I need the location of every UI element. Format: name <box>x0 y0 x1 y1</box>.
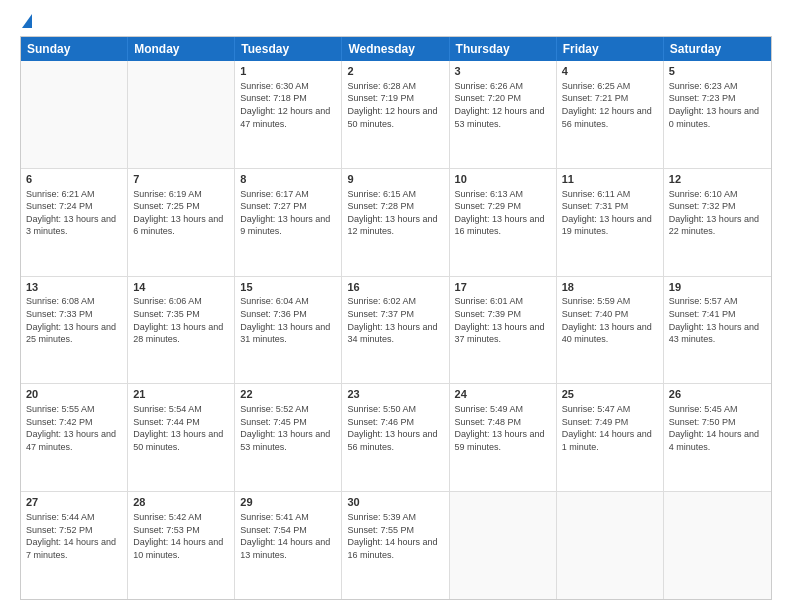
calendar-cell: 23Sunrise: 5:50 AM Sunset: 7:46 PM Dayli… <box>342 384 449 491</box>
day-number: 28 <box>133 495 229 510</box>
cell-info: Sunrise: 5:52 AM Sunset: 7:45 PM Dayligh… <box>240 403 336 453</box>
calendar-cell: 20Sunrise: 5:55 AM Sunset: 7:42 PM Dayli… <box>21 384 128 491</box>
calendar-cell: 18Sunrise: 5:59 AM Sunset: 7:40 PM Dayli… <box>557 277 664 384</box>
day-number: 30 <box>347 495 443 510</box>
calendar-cell: 24Sunrise: 5:49 AM Sunset: 7:48 PM Dayli… <box>450 384 557 491</box>
calendar-cell: 17Sunrise: 6:01 AM Sunset: 7:39 PM Dayli… <box>450 277 557 384</box>
calendar-cell: 14Sunrise: 6:06 AM Sunset: 7:35 PM Dayli… <box>128 277 235 384</box>
calendar-cell: 28Sunrise: 5:42 AM Sunset: 7:53 PM Dayli… <box>128 492 235 599</box>
day-number: 27 <box>26 495 122 510</box>
cal-header-day: Tuesday <box>235 37 342 61</box>
day-number: 23 <box>347 387 443 402</box>
cell-info: Sunrise: 5:41 AM Sunset: 7:54 PM Dayligh… <box>240 511 336 561</box>
calendar-row: 1Sunrise: 6:30 AM Sunset: 7:18 PM Daylig… <box>21 61 771 168</box>
cell-info: Sunrise: 6:21 AM Sunset: 7:24 PM Dayligh… <box>26 188 122 238</box>
cell-info: Sunrise: 5:55 AM Sunset: 7:42 PM Dayligh… <box>26 403 122 453</box>
cell-info: Sunrise: 5:42 AM Sunset: 7:53 PM Dayligh… <box>133 511 229 561</box>
cell-info: Sunrise: 6:13 AM Sunset: 7:29 PM Dayligh… <box>455 188 551 238</box>
calendar-cell <box>21 61 128 168</box>
cell-info: Sunrise: 5:44 AM Sunset: 7:52 PM Dayligh… <box>26 511 122 561</box>
calendar-header: SundayMondayTuesdayWednesdayThursdayFrid… <box>21 37 771 61</box>
calendar-cell: 12Sunrise: 6:10 AM Sunset: 7:32 PM Dayli… <box>664 169 771 276</box>
day-number: 15 <box>240 280 336 295</box>
day-number: 14 <box>133 280 229 295</box>
calendar-cell: 19Sunrise: 5:57 AM Sunset: 7:41 PM Dayli… <box>664 277 771 384</box>
cell-info: Sunrise: 6:04 AM Sunset: 7:36 PM Dayligh… <box>240 295 336 345</box>
cell-info: Sunrise: 5:49 AM Sunset: 7:48 PM Dayligh… <box>455 403 551 453</box>
cell-info: Sunrise: 5:45 AM Sunset: 7:50 PM Dayligh… <box>669 403 766 453</box>
calendar-cell: 25Sunrise: 5:47 AM Sunset: 7:49 PM Dayli… <box>557 384 664 491</box>
cell-info: Sunrise: 5:39 AM Sunset: 7:55 PM Dayligh… <box>347 511 443 561</box>
cell-info: Sunrise: 5:50 AM Sunset: 7:46 PM Dayligh… <box>347 403 443 453</box>
calendar-cell: 3Sunrise: 6:26 AM Sunset: 7:20 PM Daylig… <box>450 61 557 168</box>
calendar-cell: 16Sunrise: 6:02 AM Sunset: 7:37 PM Dayli… <box>342 277 449 384</box>
cell-info: Sunrise: 6:17 AM Sunset: 7:27 PM Dayligh… <box>240 188 336 238</box>
calendar-row: 13Sunrise: 6:08 AM Sunset: 7:33 PM Dayli… <box>21 276 771 384</box>
calendar-cell: 1Sunrise: 6:30 AM Sunset: 7:18 PM Daylig… <box>235 61 342 168</box>
calendar-cell <box>128 61 235 168</box>
day-number: 9 <box>347 172 443 187</box>
cell-info: Sunrise: 6:30 AM Sunset: 7:18 PM Dayligh… <box>240 80 336 130</box>
calendar-cell: 22Sunrise: 5:52 AM Sunset: 7:45 PM Dayli… <box>235 384 342 491</box>
calendar-cell <box>664 492 771 599</box>
calendar-cell <box>450 492 557 599</box>
cell-info: Sunrise: 6:08 AM Sunset: 7:33 PM Dayligh… <box>26 295 122 345</box>
calendar-cell: 7Sunrise: 6:19 AM Sunset: 7:25 PM Daylig… <box>128 169 235 276</box>
day-number: 3 <box>455 64 551 79</box>
calendar-cell: 9Sunrise: 6:15 AM Sunset: 7:28 PM Daylig… <box>342 169 449 276</box>
calendar: SundayMondayTuesdayWednesdayThursdayFrid… <box>20 36 772 600</box>
cell-info: Sunrise: 5:59 AM Sunset: 7:40 PM Dayligh… <box>562 295 658 345</box>
day-number: 6 <box>26 172 122 187</box>
day-number: 2 <box>347 64 443 79</box>
calendar-cell: 26Sunrise: 5:45 AM Sunset: 7:50 PM Dayli… <box>664 384 771 491</box>
calendar-cell: 15Sunrise: 6:04 AM Sunset: 7:36 PM Dayli… <box>235 277 342 384</box>
cal-header-day: Monday <box>128 37 235 61</box>
calendar-row: 6Sunrise: 6:21 AM Sunset: 7:24 PM Daylig… <box>21 168 771 276</box>
cal-header-day: Saturday <box>664 37 771 61</box>
day-number: 19 <box>669 280 766 295</box>
calendar-cell: 21Sunrise: 5:54 AM Sunset: 7:44 PM Dayli… <box>128 384 235 491</box>
cell-info: Sunrise: 5:54 AM Sunset: 7:44 PM Dayligh… <box>133 403 229 453</box>
day-number: 1 <box>240 64 336 79</box>
cell-info: Sunrise: 6:26 AM Sunset: 7:20 PM Dayligh… <box>455 80 551 130</box>
day-number: 11 <box>562 172 658 187</box>
cell-info: Sunrise: 6:15 AM Sunset: 7:28 PM Dayligh… <box>347 188 443 238</box>
calendar-body: 1Sunrise: 6:30 AM Sunset: 7:18 PM Daylig… <box>21 61 771 599</box>
day-number: 10 <box>455 172 551 187</box>
calendar-cell: 5Sunrise: 6:23 AM Sunset: 7:23 PM Daylig… <box>664 61 771 168</box>
day-number: 13 <box>26 280 122 295</box>
calendar-cell: 2Sunrise: 6:28 AM Sunset: 7:19 PM Daylig… <box>342 61 449 168</box>
cal-header-day: Friday <box>557 37 664 61</box>
day-number: 4 <box>562 64 658 79</box>
day-number: 7 <box>133 172 229 187</box>
cell-info: Sunrise: 6:25 AM Sunset: 7:21 PM Dayligh… <box>562 80 658 130</box>
calendar-cell: 4Sunrise: 6:25 AM Sunset: 7:21 PM Daylig… <box>557 61 664 168</box>
cal-header-day: Wednesday <box>342 37 449 61</box>
day-number: 29 <box>240 495 336 510</box>
calendar-row: 27Sunrise: 5:44 AM Sunset: 7:52 PM Dayli… <box>21 491 771 599</box>
logo <box>20 16 32 28</box>
cell-info: Sunrise: 6:28 AM Sunset: 7:19 PM Dayligh… <box>347 80 443 130</box>
day-number: 20 <box>26 387 122 402</box>
day-number: 22 <box>240 387 336 402</box>
day-number: 18 <box>562 280 658 295</box>
cell-info: Sunrise: 6:01 AM Sunset: 7:39 PM Dayligh… <box>455 295 551 345</box>
cell-info: Sunrise: 6:11 AM Sunset: 7:31 PM Dayligh… <box>562 188 658 238</box>
calendar-cell: 11Sunrise: 6:11 AM Sunset: 7:31 PM Dayli… <box>557 169 664 276</box>
cell-info: Sunrise: 6:10 AM Sunset: 7:32 PM Dayligh… <box>669 188 766 238</box>
calendar-cell: 29Sunrise: 5:41 AM Sunset: 7:54 PM Dayli… <box>235 492 342 599</box>
cell-info: Sunrise: 6:23 AM Sunset: 7:23 PM Dayligh… <box>669 80 766 130</box>
calendar-row: 20Sunrise: 5:55 AM Sunset: 7:42 PM Dayli… <box>21 383 771 491</box>
calendar-cell: 6Sunrise: 6:21 AM Sunset: 7:24 PM Daylig… <box>21 169 128 276</box>
calendar-cell: 13Sunrise: 6:08 AM Sunset: 7:33 PM Dayli… <box>21 277 128 384</box>
day-number: 16 <box>347 280 443 295</box>
day-number: 24 <box>455 387 551 402</box>
day-number: 5 <box>669 64 766 79</box>
cal-header-day: Thursday <box>450 37 557 61</box>
day-number: 8 <box>240 172 336 187</box>
cell-info: Sunrise: 5:47 AM Sunset: 7:49 PM Dayligh… <box>562 403 658 453</box>
calendar-cell: 27Sunrise: 5:44 AM Sunset: 7:52 PM Dayli… <box>21 492 128 599</box>
logo-triangle-icon <box>22 14 32 28</box>
calendar-cell: 10Sunrise: 6:13 AM Sunset: 7:29 PM Dayli… <box>450 169 557 276</box>
cell-info: Sunrise: 6:19 AM Sunset: 7:25 PM Dayligh… <box>133 188 229 238</box>
